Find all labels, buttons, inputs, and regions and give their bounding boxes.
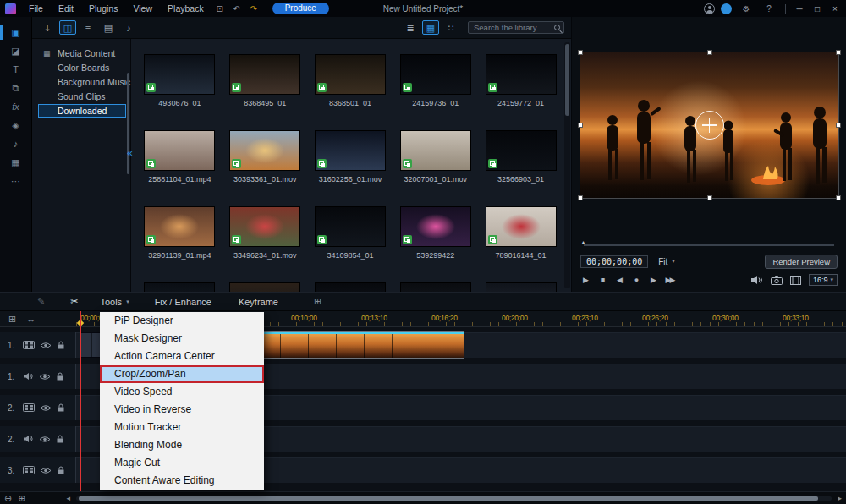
fix-enhance-button[interactable]: Fix / Enhance	[155, 297, 212, 307]
library-scrollbar[interactable]	[564, 42, 570, 288]
render-preview-button[interactable]: Render Preview	[765, 255, 838, 269]
library-item-thumbnail[interactable]	[144, 130, 215, 171]
library-item[interactable]: 31602256_01.mov	[310, 130, 391, 189]
library-item[interactable]	[395, 282, 475, 292]
selection-handle[interactable]	[707, 50, 712, 55]
menu-item-magic-cut[interactable]: Magic Cut	[100, 454, 264, 472]
scroll-right-icon[interactable]: ▸	[838, 494, 842, 502]
move-crosshair[interactable]	[695, 111, 724, 140]
effect-room-icon[interactable]: fx	[7, 100, 25, 114]
split-scissors-icon[interactable]: ✂	[70, 296, 78, 307]
selection-handle[interactable]	[836, 123, 841, 128]
redo-icon[interactable]: ↷	[247, 4, 261, 14]
library-item-thumbnail[interactable]	[486, 130, 557, 171]
library-item-thumbnail[interactable]	[315, 206, 386, 247]
title-room-icon[interactable]: T	[7, 63, 25, 77]
scroll-left-icon[interactable]: ◂	[66, 494, 70, 502]
snapshot-camera-icon[interactable]	[771, 276, 783, 285]
menu-item-content-aware-editing[interactable]: Content Aware Editing	[100, 472, 264, 490]
volume-icon[interactable]	[750, 275, 763, 285]
category-sound-clips[interactable]: Sound Clips	[38, 90, 126, 103]
preview-video[interactable]	[580, 52, 838, 198]
library-item-thumbnail[interactable]	[400, 282, 471, 292]
lock-icon[interactable]	[56, 435, 64, 443]
minimize-button[interactable]: ─	[794, 4, 805, 14]
eye-icon[interactable]	[39, 436, 51, 443]
scrollbar-handle[interactable]	[79, 496, 819, 501]
category-color-boards[interactable]: Color Boards	[38, 61, 126, 74]
track-header-video-1[interactable]: 1.	[0, 332, 76, 358]
search-box[interactable]	[468, 21, 564, 34]
undo-icon[interactable]: ↶	[230, 4, 244, 14]
eye-icon[interactable]	[40, 404, 52, 412]
library-item[interactable]: 33496234_01.mov	[225, 206, 305, 266]
eye-icon[interactable]	[39, 373, 51, 381]
import-media-icon[interactable]: ↧	[39, 20, 56, 35]
selection-handle[interactable]	[707, 195, 712, 200]
library-item-thumbnail[interactable]	[229, 54, 300, 95]
display-options-icon[interactable]: ∷	[442, 20, 459, 35]
settings-gear-icon[interactable]: ⚙	[739, 4, 753, 14]
library-item[interactable]	[310, 282, 391, 292]
library-item-thumbnail[interactable]	[229, 206, 300, 247]
detail-view-icon[interactable]: ≣	[402, 20, 419, 35]
list-view-icon[interactable]: ≡	[80, 20, 96, 35]
library-item[interactable]: 24159736_01	[395, 54, 475, 113]
previous-frame-button[interactable]: ◀	[614, 276, 624, 284]
library-item[interactable]: 32007001_01.mov	[395, 130, 475, 189]
menu-edit[interactable]: Edit	[51, 3, 81, 14]
timeline-scrollbar[interactable]	[76, 496, 832, 501]
track-header-audio-2[interactable]: 2.	[0, 426, 76, 452]
selection-handle[interactable]	[836, 195, 841, 200]
menu-item-pip-designer[interactable]: PiP Designer	[100, 312, 264, 330]
fast-forward-button[interactable]: ▶▶	[665, 276, 674, 284]
library-item-thumbnail[interactable]	[144, 54, 215, 95]
library-item-thumbnail[interactable]	[315, 54, 386, 95]
library-item-thumbnail[interactable]	[400, 130, 471, 171]
category-media-content[interactable]: ▦Media Content	[38, 47, 126, 60]
subtitle-room-icon[interactable]: ▦	[7, 156, 25, 170]
tools-dropdown[interactable]: Tools ▾	[100, 297, 129, 307]
stop-button[interactable]: ■	[597, 276, 607, 284]
cloud-service-icon[interactable]	[721, 3, 732, 14]
category-scrollbar[interactable]	[127, 73, 129, 174]
library-item-thumbnail[interactable]	[400, 206, 471, 247]
library-item[interactable]: 25881104_01.mp4	[140, 130, 220, 189]
menu-item-mask-designer[interactable]: Mask Designer	[100, 330, 264, 348]
library-item[interactable]: 24159772_01	[481, 54, 561, 113]
library-item[interactable]	[140, 282, 220, 292]
library-item[interactable]	[481, 282, 561, 292]
menu-file[interactable]: File	[21, 3, 51, 14]
library-item-thumbnail[interactable]	[229, 130, 300, 171]
selection-handle[interactable]	[578, 50, 583, 55]
zoom-in-icon[interactable]: ⊕	[18, 493, 25, 504]
menu-item-crop-zoom-pan[interactable]: Crop/Zoom/Pan	[100, 365, 264, 383]
library-item-thumbnail[interactable]	[486, 282, 557, 292]
fit-dropdown[interactable]: Fit ▾	[655, 256, 678, 267]
menu-item-video-speed[interactable]: Video Speed	[100, 383, 264, 401]
library-item-thumbnail[interactable]	[486, 206, 557, 247]
media-room-icon[interactable]: ▣	[7, 25, 25, 40]
eye-icon[interactable]	[40, 342, 52, 349]
track-header-video-3[interactable]: 3.	[0, 457, 76, 483]
library-item-thumbnail[interactable]	[315, 282, 386, 292]
search-icon[interactable]	[554, 25, 560, 30]
menu-view[interactable]: View	[125, 3, 160, 14]
transition-room-icon[interactable]: ◪	[7, 44, 25, 58]
library-item[interactable]: 34109854_01	[310, 206, 391, 266]
track-header-audio-1[interactable]: 1.	[0, 364, 76, 389]
capture-icon[interactable]: ⊡	[213, 4, 227, 14]
produce-button[interactable]: Produce	[272, 3, 329, 14]
library-item[interactable]: 32901139_01.mp4	[140, 206, 220, 266]
next-frame-button[interactable]: ▶	[648, 276, 657, 284]
zoom-out-icon[interactable]: ⊖	[4, 493, 12, 504]
more-rooms-icon[interactable]: ⋯	[7, 174, 25, 189]
library-item-thumbnail[interactable]	[400, 54, 471, 95]
fit-timeline-icon[interactable]: ↔	[26, 314, 36, 324]
aspect-ratio-selector[interactable]: 16:9 ▾	[809, 274, 838, 286]
menu-item-action-camera-center[interactable]: Action Camera Center	[100, 348, 264, 365]
menu-item-motion-tracker[interactable]: Motion Tracker	[100, 419, 264, 436]
grid-view-icon[interactable]: ▦	[422, 20, 439, 35]
menu-playback[interactable]: Playback	[160, 3, 212, 14]
library-item[interactable]: 539299422	[395, 206, 475, 266]
